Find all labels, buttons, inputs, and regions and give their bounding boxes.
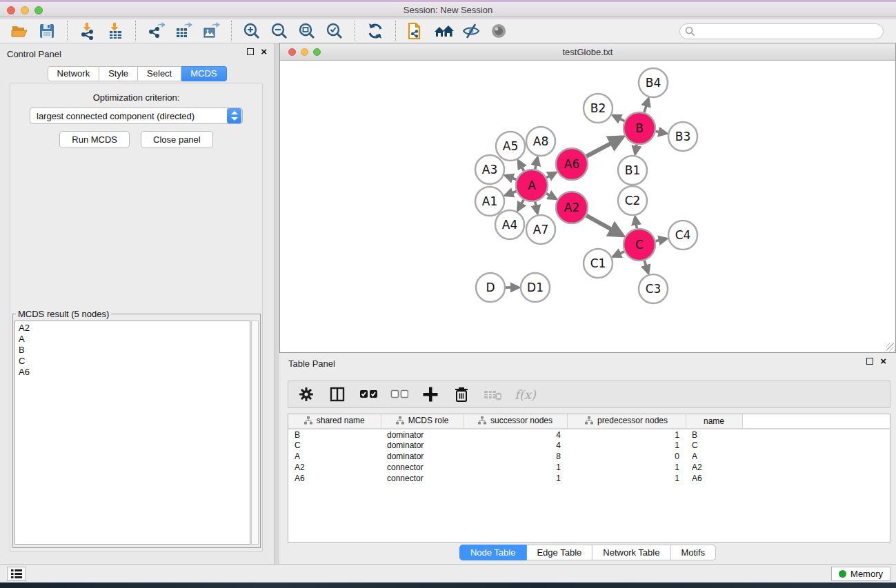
edge-B-B2[interactable] [613,116,624,121]
graph-node-B[interactable]: B [624,112,655,144]
cell-MCDS-role[interactable]: connector [381,462,464,473]
mcds-result-list[interactable]: A2ABCA6 [14,321,250,545]
tab-mcds[interactable]: MCDS [181,66,226,81]
tab-motifs[interactable]: Motifs [670,545,716,560]
table-row[interactable]: Adominator80A [288,451,890,462]
cell-predecessor-nodes[interactable]: 0 [567,451,686,462]
memory-button[interactable]: Memory [831,567,890,581]
search-input[interactable] [679,23,884,39]
cell-shared-name[interactable]: A6 [288,473,381,484]
cell-predecessor-nodes[interactable]: 1 [567,462,686,473]
graph-node-D1[interactable]: D1 [521,273,550,302]
function-builder-icon[interactable]: f(x) [515,387,536,402]
edge-A-A6[interactable] [546,173,555,178]
cell-successor-nodes[interactable]: 4 [464,429,567,440]
table-row[interactable]: A6connector11A6 [288,473,890,484]
hide-graphics-icon[interactable] [461,21,481,41]
network-graph[interactable]: B4B2BB3A5A8A6A3B1AA1C2A2A4A7C4CC1C3DD1 [280,61,895,352]
edge-A-A2[interactable] [546,194,556,199]
zoom-out-icon[interactable] [269,21,290,41]
delete-table-icon[interactable] [484,385,501,403]
edge-A-A5[interactable] [519,161,524,171]
edge-C-C2[interactable] [635,217,637,228]
zoom-fit-icon[interactable] [297,21,317,41]
graph-node-A2[interactable]: A2 [556,192,588,223]
share-document-icon[interactable] [406,21,426,41]
settings-gear-icon[interactable] [297,385,315,403]
network-canvas[interactable]: B4B2BB3A5A8A6A3B1AA1C2A2A4A7C4CC1C3DD1 [280,61,895,352]
table-row[interactable]: A2connector11A2 [288,462,890,473]
cell-successor-nodes[interactable]: 1 [464,462,567,473]
table-row[interactable]: Cdominator41C [288,440,890,451]
graph-node-A8[interactable]: A8 [526,127,555,156]
network-window-titlebar[interactable]: testGlobe.txt [280,43,895,61]
edge-A-A1[interactable] [506,191,517,195]
edge-A-A8[interactable] [535,158,537,169]
cell-shared-name[interactable]: A [288,451,381,462]
edge-B-B4[interactable] [644,99,648,112]
graph-node-A1[interactable]: A1 [475,187,504,216]
result-list-item[interactable]: A2 [19,323,246,334]
node-table[interactable]: shared nameMCDS rolesuccessor nodesprede… [288,414,890,543]
graph-node-A[interactable]: A [516,170,548,201]
graph-node-A4[interactable]: A4 [495,210,524,239]
delete-column-icon[interactable] [452,385,470,403]
cell-predecessor-nodes[interactable]: 1 [567,440,686,451]
cell-predecessor-nodes[interactable]: 1 [567,473,686,484]
cell-MCDS-role[interactable]: connector [381,473,464,484]
edge-A6-B[interactable] [586,138,621,156]
column-header-MCDS-role[interactable]: MCDS role [381,414,464,429]
graph-node-A3[interactable]: A3 [475,155,504,184]
float-panel-icon[interactable] [247,48,254,55]
edge-A-A3[interactable] [506,176,517,180]
cell-shared-name[interactable]: B [288,429,381,440]
close-table-panel-icon[interactable]: × [880,358,886,365]
close-panel-button[interactable]: Close panel [141,131,213,148]
table-row[interactable]: Bdominator41B [288,429,890,440]
column-chooser-icon[interactable] [328,385,346,403]
cell-shared-name[interactable]: C [288,440,381,451]
result-list-item[interactable]: A6 [19,367,246,378]
open-session-icon[interactable] [9,21,30,41]
column-header-name[interactable]: name [686,414,742,429]
window-resize-grip[interactable] [886,343,895,352]
edge-C-C4[interactable] [655,239,666,241]
graph-node-B4[interactable]: B4 [639,68,668,97]
export-network-icon[interactable] [146,21,166,41]
float-table-panel-icon[interactable] [866,358,873,365]
cell-MCDS-role[interactable]: dominator [381,429,464,440]
column-header-predecessor-nodes[interactable]: predecessor nodes [567,414,686,429]
result-list-item[interactable]: C [19,356,246,367]
save-session-icon[interactable] [37,21,57,41]
graph-node-B3[interactable]: B3 [668,122,697,151]
run-mcds-button[interactable]: Run MCDS [59,131,130,148]
edge-C-C3[interactable] [644,261,648,273]
tab-node-table[interactable]: Node Table [459,545,527,560]
import-table-icon[interactable] [105,21,126,41]
add-column-icon[interactable] [421,385,439,403]
edge-A-A7[interactable] [535,202,537,213]
cell-successor-nodes[interactable]: 1 [464,473,567,484]
column-header-shared-name[interactable]: shared name [288,414,381,429]
cell-MCDS-role[interactable]: dominator [381,440,464,451]
graph-node-A5[interactable]: A5 [496,132,525,161]
home-icon[interactable] [433,21,454,41]
result-list-item[interactable]: A [19,334,246,345]
graph-node-B1[interactable]: B1 [618,156,647,185]
cell-name[interactable]: C [686,440,742,451]
tab-network[interactable]: Network [47,66,99,81]
graph-node-C3[interactable]: C3 [639,274,668,303]
tab-select[interactable]: Select [138,66,181,81]
tab-style[interactable]: Style [99,66,138,81]
cell-name[interactable]: A [686,451,742,462]
tab-edge-table[interactable]: Edge Table [526,545,593,560]
cell-name[interactable]: B [686,429,742,440]
graph-node-A6[interactable]: A6 [556,148,588,180]
edge-B-B3[interactable] [656,131,666,133]
tab-network-table[interactable]: Network Table [593,545,670,560]
cell-successor-nodes[interactable]: 8 [464,451,567,462]
deselect-all-icon[interactable] [390,385,408,403]
graph-node-C1[interactable]: C1 [584,249,613,278]
task-history-button[interactable] [7,567,26,581]
cell-name[interactable]: A2 [686,462,742,473]
